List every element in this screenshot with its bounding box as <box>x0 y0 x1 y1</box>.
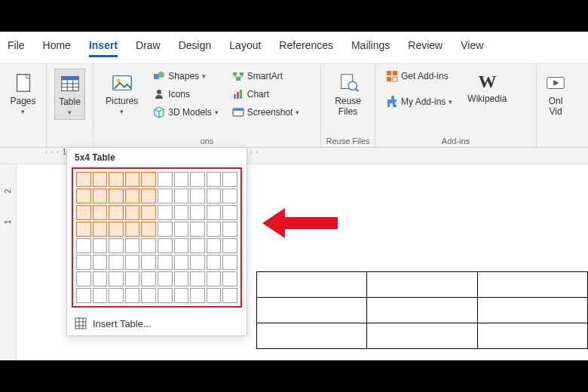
grid-cell[interactable] <box>222 238 237 253</box>
icons-button[interactable]: Icons <box>150 87 221 102</box>
grid-cell[interactable] <box>174 271 189 286</box>
table-cell[interactable] <box>477 272 587 298</box>
table-cell[interactable] <box>367 298 477 323</box>
grid-cell[interactable] <box>141 238 156 253</box>
grid-cell[interactable] <box>207 222 222 237</box>
grid-cell[interactable] <box>222 205 237 220</box>
online-video-button[interactable]: Onl Vid <box>544 69 567 120</box>
screenshot-button[interactable]: Screenshot▾ <box>229 105 303 120</box>
grid-cell[interactable] <box>141 172 156 187</box>
grid-cell[interactable] <box>158 172 173 187</box>
grid-cell[interactable] <box>141 222 156 237</box>
grid-cell[interactable] <box>76 188 91 204</box>
grid-cell[interactable] <box>207 255 222 270</box>
grid-cell[interactable] <box>125 255 140 270</box>
grid-cell[interactable] <box>125 205 140 220</box>
grid-cell[interactable] <box>109 172 124 187</box>
tab-view[interactable]: View <box>461 38 483 56</box>
grid-cell[interactable] <box>76 172 91 187</box>
grid-cell[interactable] <box>109 271 124 286</box>
grid-cell[interactable] <box>125 188 140 204</box>
my-addins-button[interactable]: My Add-ins▾ <box>383 94 455 109</box>
grid-cell[interactable] <box>93 255 108 270</box>
grid-cell[interactable] <box>109 188 124 204</box>
grid-cell[interactable] <box>76 288 91 303</box>
grid-cell[interactable] <box>141 271 156 286</box>
grid-cell[interactable] <box>222 188 237 204</box>
tab-insert[interactable]: Insert <box>89 38 118 56</box>
grid-cell[interactable] <box>109 255 124 270</box>
grid-cell[interactable] <box>109 288 124 303</box>
grid-cell[interactable] <box>141 188 156 204</box>
chart-button[interactable]: Chart <box>229 87 303 102</box>
table-button[interactable]: Table ▾ <box>54 69 85 120</box>
shapes-button[interactable]: Shapes▾ <box>150 69 221 84</box>
grid-cell[interactable] <box>174 288 189 303</box>
grid-cell[interactable] <box>76 238 91 253</box>
grid-cell[interactable] <box>158 288 173 303</box>
table-cell[interactable] <box>257 298 367 323</box>
grid-cell[interactable] <box>222 222 237 237</box>
vertical-ruler[interactable]: 2 1 <box>0 164 17 360</box>
grid-cell[interactable] <box>174 222 189 237</box>
reuse-files-button[interactable]: Reuse Files <box>329 69 367 120</box>
get-addins-button[interactable]: Get Add-ins <box>383 69 455 84</box>
3dmodels-button[interactable]: 3D Models▾ <box>150 105 221 120</box>
grid-cell[interactable] <box>158 255 173 270</box>
grid-cell[interactable] <box>222 255 237 270</box>
grid-cell[interactable] <box>190 205 205 220</box>
smartart-button[interactable]: SmartArt <box>229 69 303 84</box>
tab-file[interactable]: File <box>8 38 25 56</box>
pictures-button[interactable]: Pictures ▾ <box>101 69 142 120</box>
table-cell[interactable] <box>367 323 477 349</box>
grid-cell[interactable] <box>125 271 140 286</box>
grid-cell[interactable] <box>93 271 108 286</box>
grid-cell[interactable] <box>125 238 140 253</box>
tab-review[interactable]: Review <box>408 38 443 56</box>
grid-cell[interactable] <box>76 205 91 220</box>
grid-cell[interactable] <box>76 271 91 286</box>
grid-cell[interactable] <box>222 172 237 187</box>
grid-cell[interactable] <box>76 222 91 237</box>
grid-cell[interactable] <box>207 288 222 303</box>
grid-cell[interactable] <box>190 172 205 187</box>
grid-cell[interactable] <box>222 288 237 303</box>
grid-cell[interactable] <box>93 188 108 204</box>
grid-cell[interactable] <box>174 255 189 270</box>
grid-cell[interactable] <box>190 271 205 286</box>
tab-references[interactable]: References <box>279 38 333 56</box>
tab-design[interactable]: Design <box>179 38 212 56</box>
grid-cell[interactable] <box>174 238 189 253</box>
grid-cell[interactable] <box>158 188 173 204</box>
grid-cell[interactable] <box>93 205 108 220</box>
grid-cell[interactable] <box>125 288 140 303</box>
grid-cell[interactable] <box>125 172 140 187</box>
grid-cell[interactable] <box>207 205 222 220</box>
grid-cell[interactable] <box>174 172 189 187</box>
grid-cell[interactable] <box>158 205 173 220</box>
grid-cell[interactable] <box>109 238 124 253</box>
table-cell[interactable] <box>257 272 367 298</box>
grid-cell[interactable] <box>222 271 237 286</box>
grid-cell[interactable] <box>190 288 205 303</box>
insert-table-item[interactable]: Insert Table... <box>67 311 247 335</box>
grid-cell[interactable] <box>141 255 156 270</box>
grid-cell[interactable] <box>190 188 205 204</box>
grid-cell[interactable] <box>93 222 108 237</box>
grid-cell[interactable] <box>174 188 189 204</box>
grid-cell[interactable] <box>93 288 108 303</box>
table-cell[interactable] <box>477 298 587 323</box>
grid-cell[interactable] <box>190 255 205 270</box>
tab-mailings[interactable]: Mailings <box>351 38 390 56</box>
grid-cell[interactable] <box>109 205 124 220</box>
grid-cell[interactable] <box>190 238 205 253</box>
grid-cell[interactable] <box>207 271 222 286</box>
grid-cell[interactable] <box>158 238 173 253</box>
wikipedia-button[interactable]: W Wikipedia <box>463 69 511 109</box>
grid-cell[interactable] <box>141 205 156 220</box>
table-size-grid[interactable] <box>76 172 237 303</box>
grid-cell[interactable] <box>76 255 91 270</box>
grid-cell[interactable] <box>109 222 124 237</box>
grid-cell[interactable] <box>190 222 205 237</box>
grid-cell[interactable] <box>207 172 222 187</box>
